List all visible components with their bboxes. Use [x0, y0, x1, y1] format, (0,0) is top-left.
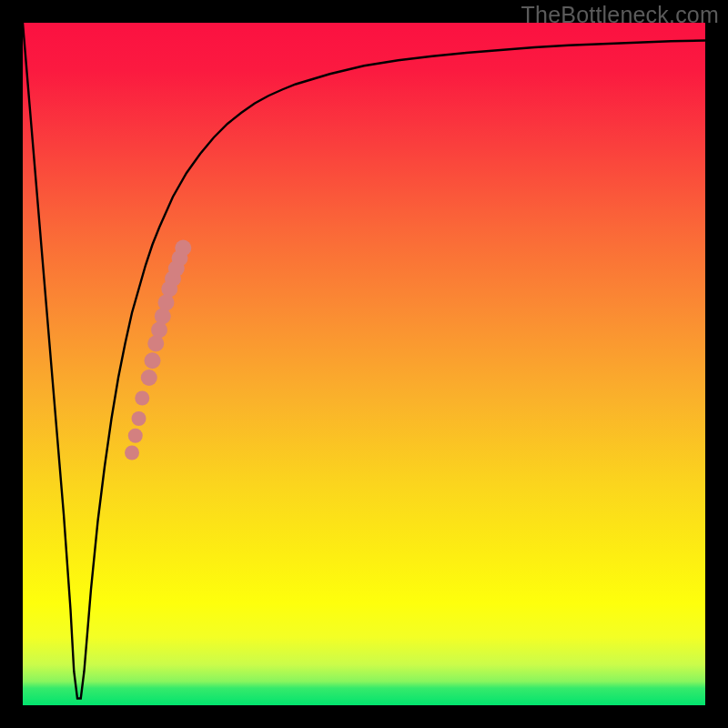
plot-area: [23, 23, 705, 705]
curve-marker: [141, 369, 157, 386]
curve-marker-group: [125, 240, 191, 460]
curve-marker: [155, 308, 171, 325]
chart-svg: [23, 23, 705, 705]
curve-marker: [151, 322, 167, 339]
curve-marker: [175, 240, 191, 257]
curve-marker: [135, 391, 149, 406]
watermark-text: TheBottleneck.com: [521, 2, 719, 28]
bottleneck-curve: [23, 23, 705, 699]
curve-marker: [132, 411, 147, 426]
curve-marker: [145, 352, 161, 369]
chart-canvas: TheBottleneck.com: [0, 0, 728, 728]
curve-marker: [128, 429, 143, 443]
curve-marker: [147, 336, 164, 352]
curve-marker: [158, 295, 175, 311]
curve-marker: [125, 446, 139, 460]
